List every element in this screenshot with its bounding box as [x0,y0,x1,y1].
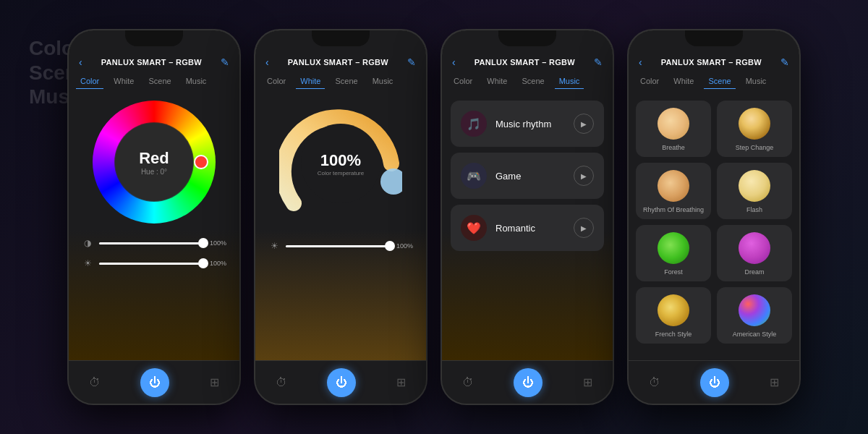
scene-item-forest[interactable]: Forest [636,225,711,281]
tab-color-3[interactable]: Color [449,74,477,89]
brightness-track-2[interactable] [286,245,390,247]
status-bar-4 [629,30,799,54]
sun-icon-1: ☀ [82,258,93,268]
tab-music-4[interactable]: Music [741,74,771,89]
warmth-value-1: 100% [209,260,226,267]
grid-icon-4[interactable]: ⊞ [770,375,779,389]
app-title-1: PANLUX SMART – RGBW [101,58,202,67]
color-wheel-ring[interactable]: Red Hue : 0° [93,101,216,224]
status-bar-1 [69,30,239,54]
color-hue: Hue : 0° [141,168,167,176]
timer-icon-4[interactable]: ⏱ [649,376,660,389]
tab-white-1[interactable]: White [109,74,138,89]
color-dot[interactable] [194,155,208,169]
white-arc[interactable]: 100% Color temperature [279,102,402,225]
color-wheel[interactable]: Red Hue : 0° [93,101,216,224]
phone-3-header: ‹ PANLUX SMART – RGBW ✎ [442,54,613,74]
tab-color-4[interactable]: Color [636,74,663,89]
timer-icon-1[interactable]: ⏱ [89,376,101,389]
grid-icon-2[interactable]: ⊞ [396,375,406,389]
tab-white-4[interactable]: White [669,74,698,89]
scene-item-breathe[interactable]: Breathe [636,101,711,157]
scene-name-rhythm: Rhythm Of Breathing [643,206,704,213]
sun-icon-2: ☀ [268,241,280,251]
scene-item-french[interactable]: French Style [636,287,711,344]
brightness-track-1[interactable] [99,242,203,244]
tab-scene-1[interactable]: Scene [144,74,175,89]
tab-music-3[interactable]: Music [555,74,584,89]
power-button-4[interactable]: ⏻ [700,368,729,397]
scene-name-flash: Flash [746,206,762,213]
status-bar-2 [255,30,426,54]
phone-3-screen: ‹ PANLUX SMART – RGBW ✎ Color White Scen… [442,30,613,404]
timer-icon-3[interactable]: ⏱ [462,376,474,389]
power-button-1[interactable]: ⏻ [140,368,169,397]
edit-button-1[interactable]: ✎ [221,56,229,68]
color-content: Red Hue : 0° ◑ [69,95,239,277]
phone-4-content: Breathe Step Change Rhythm Of Breathing [629,95,799,360]
scene-item-dream[interactable]: Dream [717,225,792,281]
power-button-2[interactable]: ⏻ [327,368,356,397]
edit-button-4[interactable]: ✎ [780,56,789,68]
scene-name-breathe: Breathe [662,144,685,151]
slider-brightness-2: ☀ 100% [268,241,413,251]
scene-item-step-change[interactable]: Step Change [717,101,792,157]
tab-color-1[interactable]: Color [76,74,103,89]
phone-2-bottom: ⏱ ⏻ ⊞ [255,360,426,404]
brightness-value-2: 100% [396,242,413,250]
grid-icon-3[interactable]: ⊞ [583,375,592,389]
grid-icon-1[interactable]: ⊞ [210,375,219,389]
tab-white-2[interactable]: White [296,74,325,89]
power-button-3[interactable]: ⏻ [514,368,542,397]
color-wheel-container: Red Hue : 0° [69,95,239,229]
tabs-1: Color White Scene Music [69,74,239,89]
scene-name-forest: Forest [664,268,683,276]
timer-icon-2[interactable]: ⏱ [276,376,287,389]
svg-point-0 [380,169,402,195]
scene-item-flash[interactable]: Flash [717,163,792,219]
brightness-value-1: 100% [209,239,226,247]
play-button-game[interactable]: ▶ [574,166,594,186]
scene-blob-french [658,294,689,326]
music-item-rhythm[interactable]: 🎵 Music rhythm ▶ [451,101,604,147]
contrast-icon: ◑ [82,238,93,248]
back-button-2[interactable]: ‹ [265,56,269,68]
phone-4: ‹ PANLUX SMART – RGBW ✎ Color White Scen… [627,29,801,405]
scene-content: Breathe Step Change Rhythm Of Breathing [629,95,799,349]
app-title-2: PANLUX SMART – RGBW [288,58,388,67]
warmth-track-1[interactable] [99,263,203,265]
game-icon: 🎮 [461,163,487,189]
phone-3-bottom: ⏱ ⏻ ⊞ [442,360,613,404]
warmth-thumb-1[interactable] [198,258,208,268]
music-item-game[interactable]: 🎮 Game ▶ [451,153,604,199]
play-button-romantic[interactable]: ▶ [574,218,594,238]
tab-scene-2[interactable]: Scene [331,74,362,89]
tab-color-2[interactable]: Color [263,74,290,89]
back-button-4[interactable]: ‹ [639,56,642,68]
play-button-rhythm[interactable]: ▶ [574,114,594,134]
music-item-romantic[interactable]: ❤️ Romantic ▶ [451,205,604,251]
scene-blob-dream [739,232,770,264]
edit-button-3[interactable]: ✎ [594,56,603,68]
music-item-name-rhythm: Music rhythm [495,119,565,129]
edit-button-2[interactable]: ✎ [407,56,416,68]
phone-1-header: ‹ PANLUX SMART – RGBW ✎ [69,54,239,74]
back-button-3[interactable]: ‹ [452,56,456,68]
music-item-name-romantic: Romantic [495,223,565,234]
app-title-3: PANLUX SMART – RGBW [475,58,575,67]
tabs-3: Color White Scene Music [442,74,613,89]
tab-white-3[interactable]: White [482,74,511,89]
tab-scene-3[interactable]: Scene [517,74,548,89]
phone-2: ‹ PANLUX SMART – RGBW ✎ Color White Scen… [254,29,427,405]
brightness-fill-1 [99,242,203,244]
back-button-1[interactable]: ‹ [79,56,82,68]
brightness-thumb-1[interactable] [198,238,208,248]
slider-brightness-1: ◑ 100% [82,238,226,248]
brightness-thumb-2[interactable] [385,241,395,251]
phone-3: ‹ PANLUX SMART – RGBW ✎ Color White Scen… [441,29,614,405]
scene-item-rhythm[interactable]: Rhythm Of Breathing [636,163,711,219]
tab-scene-4[interactable]: Scene [704,74,735,89]
scene-item-american[interactable]: American Style [717,287,792,344]
tab-music-2[interactable]: Music [368,74,398,89]
tab-music-1[interactable]: Music [182,74,211,89]
